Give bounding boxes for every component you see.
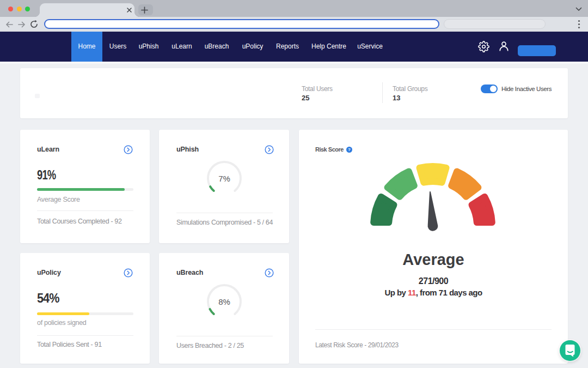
svg-text:?: ? [348,147,351,152]
